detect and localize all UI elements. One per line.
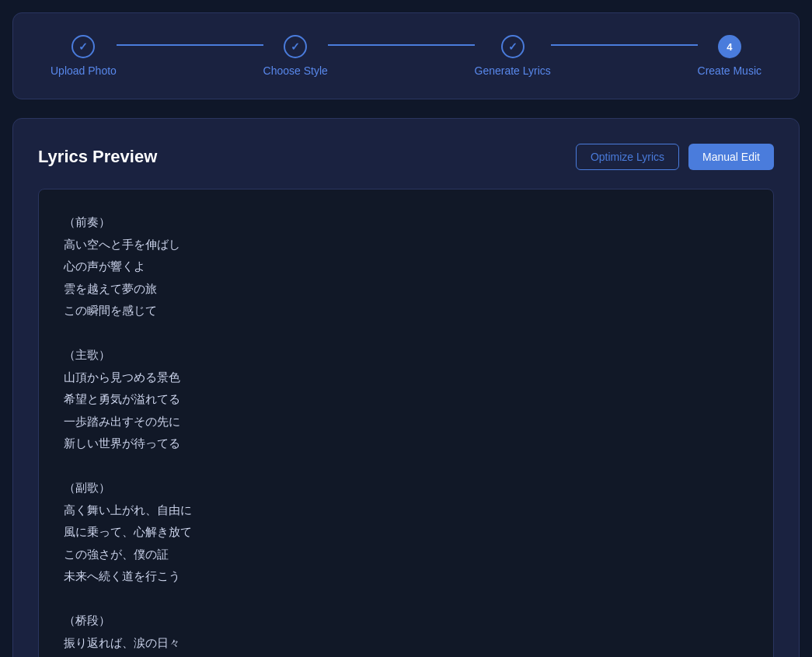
step-circle-lyrics: ✓ <box>501 35 524 58</box>
step-circle-music: 4 <box>718 35 741 58</box>
step-create-music: 4 Create Music <box>698 35 761 77</box>
step-line-2 <box>328 44 475 46</box>
step-label-lyrics: Generate Lyrics <box>475 64 551 77</box>
check-icon-style: ✓ <box>291 40 300 53</box>
card-title: Lyrics Preview <box>38 147 157 167</box>
manual-edit-button[interactable]: Manual Edit <box>688 144 774 170</box>
optimize-lyrics-button[interactable]: Optimize Lyrics <box>576 144 679 170</box>
step-line-1 <box>117 44 263 46</box>
step-upload-photo: ✓ Upload Photo <box>51 35 117 77</box>
step-label-music: Create Music <box>698 64 761 77</box>
header-buttons: Optimize Lyrics Manual Edit <box>576 144 774 170</box>
lyrics-text: （前奏） 高い空へと手を伸ばし 心の声が響くよ 雲を越えて夢の旅 この瞬間を感じ… <box>64 211 748 657</box>
step-label-style: Choose Style <box>263 64 328 77</box>
step-circle-style: ✓ <box>284 35 307 58</box>
step-generate-lyrics: ✓ Generate Lyrics <box>475 35 551 77</box>
step-choose-style: ✓ Choose Style <box>263 35 328 77</box>
step-circle-upload: ✓ <box>71 35 95 58</box>
step-label-upload: Upload Photo <box>51 64 117 77</box>
lyrics-box: （前奏） 高い空へと手を伸ばし 心の声が響くよ 雲を越えて夢の旅 この瞬間を感じ… <box>38 189 774 657</box>
check-icon: ✓ <box>78 40 88 53</box>
lyrics-preview-card: Lyrics Preview Optimize Lyrics Manual Ed… <box>12 118 800 657</box>
step-line-3 <box>551 44 698 46</box>
stepper-card: ✓ Upload Photo ✓ Choose Style ✓ Generate… <box>12 12 800 99</box>
check-icon-lyrics: ✓ <box>508 40 518 53</box>
step-number-music: 4 <box>727 41 732 53</box>
card-header: Lyrics Preview Optimize Lyrics Manual Ed… <box>38 144 774 170</box>
stepper: ✓ Upload Photo ✓ Choose Style ✓ Generate… <box>51 35 761 77</box>
